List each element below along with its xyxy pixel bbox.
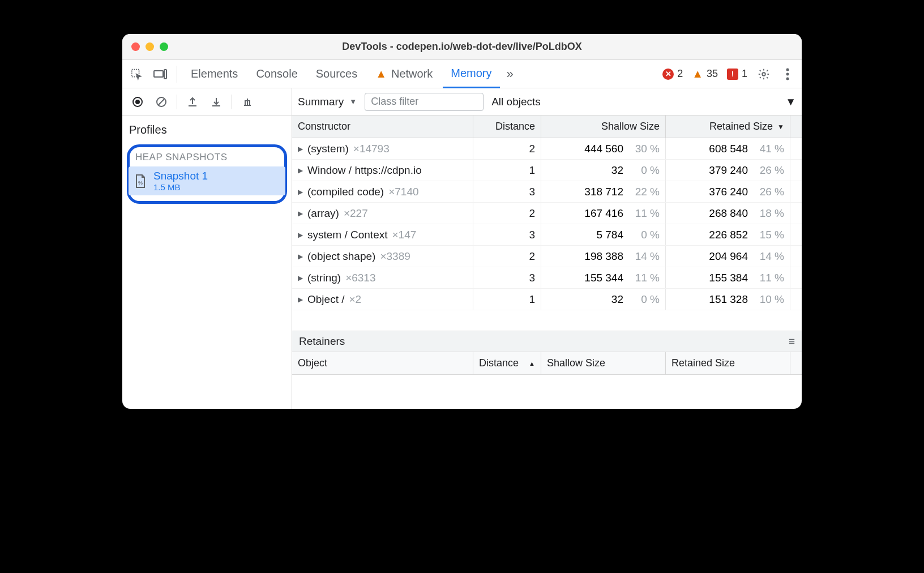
svg-text:%: %	[138, 180, 143, 186]
table-row[interactable]: ▶(compiled code)×71403318 71222 %376 240…	[292, 181, 802, 203]
titlebar: DevTools - codepen.io/web-dot-dev/live/P…	[122, 34, 802, 60]
shallow-size-cell: 320 %	[541, 160, 666, 181]
instance-count: ×2	[349, 293, 361, 306]
retainers-label: Retainers	[299, 335, 345, 348]
constructor-name: Window / https://cdpn.io	[307, 164, 422, 177]
retained-size-cell: 268 84018 %	[666, 203, 790, 224]
expand-icon[interactable]: ▶	[298, 274, 303, 282]
shallow-size-cell: 5 7840 %	[541, 224, 666, 245]
scrollbar-gutter	[790, 289, 802, 310]
warning-count-value: 35	[707, 68, 718, 80]
table-row[interactable]: ▶Window / https://cdpn.io1320 %379 24026…	[292, 160, 802, 181]
maximize-window-button[interactable]	[160, 42, 168, 51]
expand-icon[interactable]: ▶	[298, 253, 303, 260]
table-row[interactable]: ▶(object shape)×33892198 38814 %204 9641…	[292, 246, 802, 267]
error-icon: ✕	[662, 69, 674, 80]
tab-sources-label: Sources	[316, 67, 357, 80]
tab-memory[interactable]: Memory	[443, 60, 499, 88]
more-tabs-button[interactable]: »	[502, 67, 518, 82]
distance-cell: 1	[473, 160, 541, 181]
expand-icon[interactable]: ▶	[298, 231, 303, 239]
scrollbar-gutter	[790, 138, 802, 159]
expand-icon[interactable]: ▶	[298, 145, 303, 153]
table-row[interactable]: ▶(array)×2272167 41611 %268 84018 %	[292, 203, 802, 224]
retainers-header-distance[interactable]: Distance ▲	[473, 352, 541, 374]
expand-icon[interactable]: ▶	[298, 166, 303, 174]
kebab-menu-button[interactable]	[777, 63, 798, 85]
header-distance[interactable]: Distance	[473, 116, 541, 138]
retainers-header-object[interactable]: Object	[292, 352, 473, 374]
settings-button[interactable]	[753, 63, 775, 85]
class-filter-placeholder: Class filter	[371, 96, 418, 108]
caret-down-icon: ▼	[349, 97, 357, 106]
retainers-header-shallow[interactable]: Shallow Size	[541, 352, 666, 374]
retained-size-cell: 151 32810 %	[666, 289, 790, 310]
download-button[interactable]	[206, 91, 227, 113]
tab-network[interactable]: ▲ Network	[367, 60, 440, 88]
retained-size-cell: 155 38411 %	[666, 267, 790, 288]
distance-cell: 3	[473, 224, 541, 245]
close-window-button[interactable]	[131, 42, 140, 51]
garbage-collect-button[interactable]	[237, 91, 258, 113]
tab-elements-label: Elements	[191, 67, 238, 80]
distance-cell: 2	[473, 246, 541, 267]
snapshot-size: 1.5 MB	[153, 182, 208, 192]
highlight-annotation: HEAP SNAPSHOTS % Snapshot 1 1.5 MB	[127, 144, 287, 204]
svg-rect-1	[154, 71, 163, 77]
table-row[interactable]: ▶(system)×147932444 56030 %608 54841 %	[292, 138, 802, 160]
retained-size-cell: 608 54841 %	[666, 138, 790, 159]
distance-cell: 2	[473, 138, 541, 159]
retained-size-cell: 379 24026 %	[666, 160, 790, 181]
retainers-body	[292, 375, 802, 409]
instance-count: ×147	[392, 229, 417, 241]
issues-count[interactable]: ! 1	[724, 68, 751, 80]
profiles-sidebar: Profiles HEAP SNAPSHOTS % Snapshot 1 1.5…	[122, 88, 292, 409]
class-filter-input[interactable]: Class filter	[365, 93, 484, 111]
instance-count: ×6313	[345, 272, 375, 284]
table-row[interactable]: ▶(string)×63133155 34411 %155 38411 %	[292, 267, 802, 289]
snapshot-file-icon: %	[134, 174, 147, 189]
record-button[interactable]	[127, 91, 148, 113]
header-shallow-size[interactable]: Shallow Size	[541, 116, 666, 138]
instance-count: ×7140	[388, 186, 418, 198]
inspect-icon[interactable]	[126, 63, 147, 85]
warning-icon: ▲	[375, 67, 387, 80]
minimize-window-button[interactable]	[146, 42, 154, 51]
instance-count: ×227	[344, 207, 368, 220]
retainers-header-retained[interactable]: Retained Size	[666, 352, 790, 374]
tab-sources[interactable]: Sources	[308, 60, 365, 88]
svg-point-8	[135, 100, 140, 104]
tab-console[interactable]: Console	[248, 60, 305, 88]
svg-point-3	[762, 72, 765, 76]
menu-icon[interactable]: ≡	[789, 335, 795, 348]
caret-down-icon[interactable]: ▼	[785, 96, 796, 108]
device-toggle-icon[interactable]	[149, 63, 171, 85]
view-dropdown[interactable]: Summary ▼	[298, 96, 357, 108]
clear-button[interactable]	[151, 91, 172, 113]
header-constructor[interactable]: Constructor	[292, 116, 473, 138]
divider	[232, 95, 232, 109]
table-body: ▶(system)×147932444 56030 %608 54841 %▶W…	[292, 138, 802, 331]
expand-icon[interactable]: ▶	[298, 209, 303, 217]
shallow-size-cell: 198 38814 %	[541, 246, 666, 267]
error-count[interactable]: ✕ 2	[659, 68, 686, 80]
retained-size-cell: 376 24026 %	[666, 181, 790, 202]
scope-dropdown[interactable]: All objects	[491, 96, 541, 108]
header-retained-size[interactable]: Retained Size ▼	[666, 116, 790, 138]
error-count-value: 2	[677, 68, 683, 80]
expand-icon[interactable]: ▶	[298, 188, 303, 196]
snapshot-name: Snapshot 1	[153, 170, 208, 182]
instance-count: ×3389	[380, 250, 410, 263]
sort-asc-icon: ▲	[529, 360, 535, 367]
table-row[interactable]: ▶system / Context×14735 7840 %226 85215 …	[292, 224, 802, 246]
snapshot-item[interactable]: % Snapshot 1 1.5 MB	[129, 166, 285, 195]
upload-button[interactable]	[182, 91, 203, 113]
table-row[interactable]: ▶Object /×21320 %151 32810 %	[292, 289, 802, 310]
warning-icon: ▲	[692, 67, 703, 80]
tab-elements[interactable]: Elements	[183, 60, 246, 88]
issue-icon: !	[727, 69, 738, 80]
traffic-lights	[131, 42, 168, 51]
shallow-size-cell: 320 %	[541, 289, 666, 310]
warning-count[interactable]: ▲ 35	[688, 67, 721, 80]
expand-icon[interactable]: ▶	[298, 296, 303, 303]
